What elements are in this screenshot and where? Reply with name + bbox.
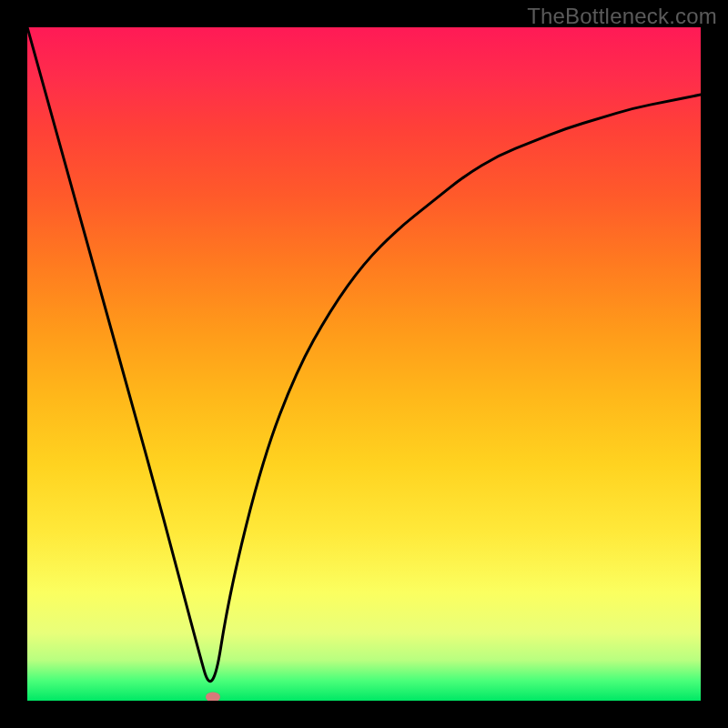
plot-area: [27, 27, 701, 701]
chart-container: TheBottleneck.com: [0, 0, 728, 728]
curve-layer: [27, 27, 701, 701]
watermark-text: TheBottleneck.com: [527, 4, 717, 29]
bottleneck-curve: [27, 27, 701, 682]
